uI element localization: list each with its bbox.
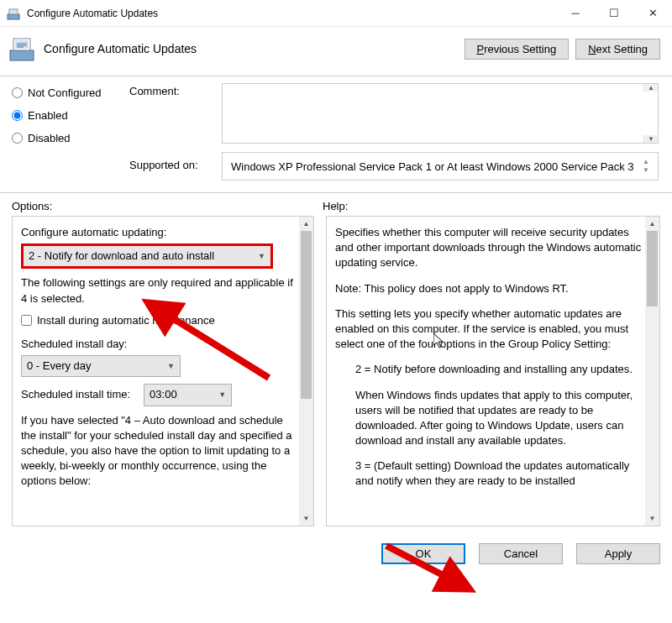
- updating-select[interactable]: 2 - Notify for download and auto install…: [21, 243, 273, 269]
- svg-rect-0: [8, 14, 19, 19]
- close-button[interactable]: ✕: [633, 0, 672, 27]
- options-note: The following settings are only required…: [21, 275, 297, 306]
- ok-button[interactable]: OK: [381, 543, 465, 564]
- help-p5: When Windows finds updates that apply to…: [335, 388, 643, 449]
- day-select[interactable]: 0 - Every day ▼: [21, 355, 181, 377]
- radio-enabled-input[interactable]: [12, 110, 23, 121]
- time-label: Scheduled install time:: [21, 387, 130, 402]
- supported-label: Supported on:: [129, 159, 222, 171]
- svg-rect-3: [10, 50, 34, 60]
- svg-rect-2: [10, 10, 17, 13]
- scroll-down-icon[interactable]: ▼: [299, 511, 313, 526]
- radio-enabled-label: Enabled: [28, 109, 68, 122]
- supported-value: Windows XP Professional Service Pack 1 o…: [231, 160, 638, 173]
- field-inputs: ▲ ▼ Windows XP Professional Service Pack…: [222, 83, 660, 181]
- help-scrollbar[interactable]: ▲ ▼: [645, 217, 659, 526]
- lower-labels: Options: Help:: [0, 193, 672, 216]
- footer: OK Cancel Apply: [0, 535, 672, 574]
- scroll-thumb[interactable]: [647, 231, 658, 306]
- comment-textarea[interactable]: ▲ ▼: [222, 83, 659, 144]
- supported-spinner[interactable]: ▲▼: [643, 158, 649, 175]
- scroll-thumb[interactable]: [301, 231, 312, 399]
- chevron-down-icon: ▼: [258, 251, 265, 262]
- lower-panels: Configure automatic updating: 2 - Notify…: [0, 216, 672, 535]
- cancel-button[interactable]: Cancel: [479, 543, 563, 564]
- comment-scroll-up[interactable]: ▲: [643, 84, 658, 92]
- help-p2: Note: This policy does not apply to Wind…: [335, 281, 643, 296]
- policy-icon: [8, 35, 35, 62]
- updating-value: 2 - Notify for download and auto install: [29, 249, 214, 264]
- supported-field: Windows XP Professional Service Pack 1 o…: [222, 152, 659, 181]
- comment-label: Comment:: [129, 85, 222, 152]
- maximize-button[interactable]: ☐: [595, 0, 633, 27]
- day-value: 0 - Every day: [27, 359, 92, 374]
- radio-enabled[interactable]: Enabled: [12, 109, 129, 122]
- help-p4: 2 = Notify before downloading and instal…: [335, 362, 643, 377]
- options-heading: Configure automatic updating:: [21, 225, 297, 240]
- header: Configure Automatic Updates Previous Set…: [0, 27, 672, 76]
- help-label: Help:: [323, 200, 348, 212]
- options-panel: Configure automatic updating: 2 - Notify…: [12, 216, 314, 526]
- time-select[interactable]: 03:00 ▼: [144, 384, 232, 406]
- maintenance-label: Install during automatic maintenance: [37, 313, 215, 328]
- config-section: Not Configured Enabled Disabled Comment:…: [0, 76, 672, 193]
- day-label: Scheduled install day:: [21, 337, 297, 352]
- radio-not-configured-label: Not Configured: [28, 86, 101, 99]
- time-value: 03:00: [150, 387, 177, 402]
- previous-setting-button[interactable]: Previous Setting: [465, 39, 570, 60]
- scroll-up-icon[interactable]: ▲: [299, 217, 313, 231]
- help-p3: This setting lets you specify whether au…: [335, 306, 643, 353]
- titlebar: Configure Automatic Updates ─ ☐ ✕: [0, 0, 672, 27]
- radio-disabled-input[interactable]: [12, 133, 23, 144]
- state-radios: Not Configured Enabled Disabled: [12, 83, 129, 181]
- help-p1: Specifies whether this computer will rec…: [335, 225, 643, 271]
- comment-scroll-down[interactable]: ▼: [643, 135, 658, 143]
- page-title: Configure Automatic Updates: [44, 42, 197, 55]
- options-long-note: If you have selected "4 – Auto download …: [21, 413, 297, 490]
- radio-disabled[interactable]: Disabled: [12, 132, 129, 144]
- scroll-up-icon[interactable]: ▲: [645, 217, 659, 231]
- radio-disabled-label: Disabled: [28, 132, 71, 144]
- options-label: Options:: [12, 200, 323, 212]
- chevron-down-icon: ▼: [218, 390, 226, 400]
- help-panel: Specifies whether this computer will rec…: [326, 216, 660, 526]
- radio-not-configured-input[interactable]: [12, 87, 23, 98]
- window-title: Configure Automatic Updates: [27, 8, 556, 19]
- help-p6: 3 = (Default setting) Download the updat…: [335, 458, 643, 489]
- chevron-down-icon: ▼: [167, 361, 175, 372]
- maintenance-checkbox-input[interactable]: [21, 315, 32, 326]
- next-setting-button[interactable]: Next Setting: [575, 39, 660, 60]
- options-scrollbar[interactable]: ▲ ▼: [299, 217, 313, 526]
- apply-button[interactable]: Apply: [576, 543, 660, 564]
- minimize-button[interactable]: ─: [556, 0, 595, 27]
- radio-not-configured[interactable]: Not Configured: [12, 86, 129, 99]
- maintenance-checkbox[interactable]: Install during automatic maintenance: [21, 313, 297, 328]
- gpo-icon: [7, 7, 20, 20]
- scroll-down-icon[interactable]: ▼: [645, 511, 659, 526]
- field-labels: Comment: Supported on:: [129, 83, 222, 181]
